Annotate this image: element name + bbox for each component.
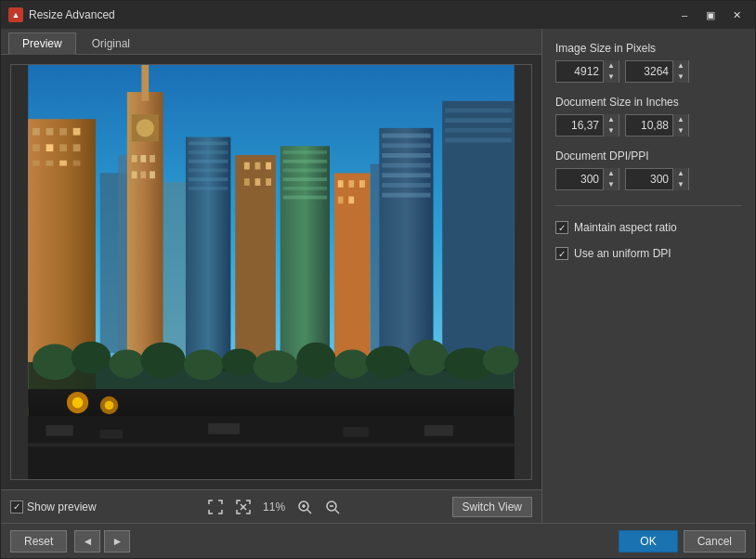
- tab-original[interactable]: Original: [78, 32, 144, 54]
- maintain-aspect-checkbox[interactable]: ✓: [555, 221, 568, 234]
- dpi-section: Document DPI/PPI ▲ ▼ ▲ ▼: [555, 150, 742, 190]
- svg-rect-41: [255, 178, 261, 186]
- dpi-y-arrows: ▲ ▼: [672, 168, 688, 190]
- svg-rect-67: [445, 128, 512, 133]
- app-icon: ▲: [8, 7, 23, 22]
- svg-rect-7: [33, 128, 40, 136]
- width-px-down[interactable]: ▼: [604, 72, 619, 83]
- forward-button[interactable]: ►: [104, 530, 130, 552]
- svg-point-76: [254, 350, 298, 383]
- pixel-size-row: ▲ ▼ ▲ ▼: [555, 60, 742, 83]
- svg-rect-92: [208, 423, 240, 435]
- dpi-x-down[interactable]: ▼: [604, 179, 619, 190]
- divider: [555, 205, 742, 206]
- zoom-level: 11%: [260, 500, 288, 514]
- height-px-input[interactable]: [626, 61, 672, 82]
- minimize-button[interactable]: –: [673, 6, 696, 23]
- svg-rect-17: [59, 161, 67, 166]
- window-controls: – ▣ ✕: [673, 6, 748, 23]
- zoom-in-button[interactable]: [293, 496, 316, 518]
- height-px-up[interactable]: ▲: [673, 60, 688, 72]
- svg-rect-94: [424, 425, 453, 436]
- svg-point-82: [483, 346, 519, 375]
- width-in-input[interactable]: [556, 115, 603, 136]
- svg-rect-40: [244, 178, 250, 186]
- svg-rect-34: [189, 177, 228, 181]
- width-px-input[interactable]: [556, 61, 603, 82]
- maintain-aspect-row[interactable]: ✓ Maintain aspect ratio: [555, 221, 742, 234]
- svg-rect-31: [189, 150, 228, 154]
- svg-rect-60: [382, 163, 430, 168]
- svg-rect-9: [59, 128, 67, 136]
- show-preview-checkbox[interactable]: ✓ Show preview: [10, 500, 97, 514]
- svg-rect-46: [283, 169, 328, 173]
- height-px-spinbox: ▲ ▼: [625, 60, 689, 83]
- svg-rect-25: [150, 155, 155, 162]
- dpi-y-input[interactable]: [626, 169, 672, 189]
- svg-rect-16: [46, 161, 54, 166]
- svg-point-80: [409, 340, 449, 376]
- back-button[interactable]: ◄: [74, 530, 100, 552]
- height-in-spinbox: ▲ ▼: [625, 114, 689, 136]
- fit-to-window-button[interactable]: [204, 496, 227, 518]
- svg-rect-51: [338, 180, 344, 188]
- width-px-arrows: ▲ ▼: [603, 60, 619, 83]
- svg-rect-52: [348, 180, 354, 188]
- height-in-arrows: ▲ ▼: [672, 114, 688, 136]
- maintain-aspect-label: Maintain aspect ratio: [574, 221, 677, 234]
- uniform-dpi-label: Use an uniform DPI: [574, 247, 671, 260]
- svg-rect-59: [382, 153, 430, 158]
- height-in-input[interactable]: [626, 115, 672, 136]
- svg-rect-91: [100, 430, 123, 439]
- height-in-up[interactable]: ▲: [673, 114, 688, 125]
- uniform-dpi-checkbox[interactable]: ✓: [555, 247, 568, 260]
- image-size-label: Image Size in Pixels: [555, 42, 742, 55]
- svg-rect-30: [189, 141, 228, 145]
- svg-point-22: [137, 119, 154, 136]
- dpi-x-input[interactable]: [556, 169, 603, 189]
- inch-size-row: ▲ ▼ ▲ ▼: [555, 114, 742, 136]
- show-preview-check-box[interactable]: ✓: [10, 500, 23, 514]
- svg-rect-12: [46, 144, 54, 151]
- svg-rect-35: [189, 187, 228, 190]
- svg-point-72: [109, 349, 145, 378]
- dpi-x-spinbox: ▲ ▼: [555, 168, 619, 190]
- ok-button[interactable]: OK: [619, 530, 677, 552]
- svg-rect-45: [283, 160, 328, 163]
- fit-actual-button[interactable]: [232, 496, 254, 518]
- svg-rect-20: [141, 65, 149, 101]
- dpi-x-up[interactable]: ▲: [604, 168, 619, 179]
- dpi-y-spinbox: ▲ ▼: [625, 168, 689, 190]
- bottom-bar: ✓ Show preview: [1, 489, 541, 523]
- left-panel: Preview Original: [1, 29, 541, 523]
- svg-rect-61: [382, 173, 430, 177]
- tab-preview[interactable]: Preview: [8, 32, 76, 55]
- svg-rect-62: [382, 183, 430, 188]
- svg-rect-42: [266, 178, 271, 186]
- height-px-down[interactable]: ▼: [673, 72, 688, 83]
- width-in-down[interactable]: ▼: [604, 125, 619, 136]
- zoom-out-button[interactable]: [321, 496, 344, 518]
- image-area: [1, 55, 541, 489]
- svg-point-78: [334, 349, 371, 378]
- height-in-down[interactable]: ▼: [673, 125, 688, 136]
- reset-button[interactable]: Reset: [10, 530, 67, 552]
- svg-rect-37: [244, 162, 250, 170]
- svg-rect-47: [283, 177, 328, 181]
- tabs-bar: Preview Original: [1, 29, 541, 55]
- width-px-up[interactable]: ▲: [604, 60, 619, 72]
- svg-rect-58: [382, 143, 430, 148]
- svg-rect-93: [344, 427, 369, 437]
- maximize-button[interactable]: ▣: [699, 6, 722, 23]
- width-in-up[interactable]: ▲: [604, 114, 619, 125]
- dpi-y-down[interactable]: ▼: [673, 179, 688, 190]
- switch-view-button[interactable]: Switch View: [452, 497, 532, 517]
- uniform-dpi-row[interactable]: ✓ Use an uniform DPI: [555, 247, 742, 260]
- cancel-button[interactable]: Cancel: [684, 530, 746, 552]
- image-size-section: Image Size in Pixels ▲ ▼ ▲ ▼: [555, 42, 742, 83]
- svg-point-77: [296, 343, 336, 379]
- close-button[interactable]: ✕: [725, 6, 748, 23]
- dpi-y-up[interactable]: ▲: [673, 168, 688, 179]
- main-content: Preview Original: [1, 29, 755, 523]
- dpi-x-arrows: ▲ ▼: [603, 168, 619, 190]
